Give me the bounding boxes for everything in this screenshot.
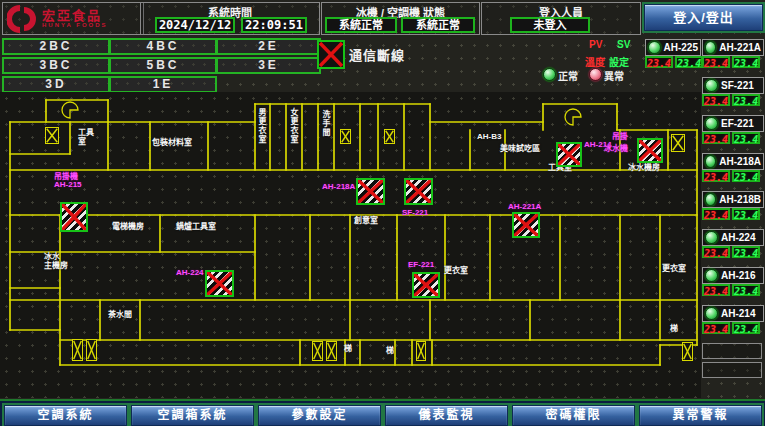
device-pv-value: 23.4 <box>702 322 730 334</box>
device-name-label: AH-218A <box>719 156 761 167</box>
nav-button-5[interactable]: 密碼權限 <box>512 405 635 426</box>
equipment-label: SF-221 <box>402 208 428 217</box>
equipment-label: AH-218A <box>322 182 355 191</box>
device-ah-225[interactable]: AH-225 <box>645 39 701 56</box>
device-name-label: SF-221 <box>721 80 754 91</box>
device-ah-214[interactable]: AH-214 <box>702 305 764 322</box>
comm-fail-equipment-icon[interactable] <box>404 178 433 205</box>
nav-button-4[interactable]: 儀表監視 <box>385 405 508 426</box>
nav-button-2[interactable]: 空調箱系統 <box>131 405 254 426</box>
device-name-label: AH-216 <box>721 270 755 281</box>
device-ah-224[interactable]: AH-224 <box>702 229 764 246</box>
comm-fail-legend-icon <box>317 40 345 69</box>
stairwell-icon <box>565 109 581 125</box>
device-values: 23.423.4 <box>702 132 760 144</box>
comm-fail-equipment-icon[interactable] <box>412 272 440 298</box>
comm-fail-equipment-icon[interactable] <box>60 202 88 232</box>
floor-button-3e[interactable]: 3E <box>216 57 321 74</box>
device-values: 23.423.4 <box>702 208 760 220</box>
device-pv-value: 23.4 <box>702 284 730 296</box>
equipment-label: EF-221 <box>408 260 434 269</box>
comm-fail-equipment-icon[interactable] <box>356 178 385 205</box>
floor-button-4bc[interactable]: 4BC <box>109 38 217 55</box>
room-label: 更衣室 <box>662 264 686 273</box>
comm-fail-legend-label: 通信斷線 <box>349 45 405 64</box>
sv-header-label: SV <box>617 39 630 50</box>
room-label: 創意室 <box>354 216 378 225</box>
room-label: 更衣室 <box>444 266 468 275</box>
device-pv-value: 23.4 <box>702 94 730 106</box>
floor-button-2e[interactable]: 2E <box>216 38 321 55</box>
device-ah-218a[interactable]: AH-218A <box>702 153 764 170</box>
stair-icon <box>312 341 323 361</box>
device-name-label: AH-214 <box>721 308 755 319</box>
comm-fail-equipment-icon[interactable] <box>637 138 663 163</box>
device-status-led <box>705 307 718 320</box>
device-sv-value: 23.4 <box>675 56 703 68</box>
room-label: 冰水機房 <box>628 163 660 172</box>
chiller-ahu-status-panel: 冰機 / 空調機 狀態 系統正常 系統正常 <box>321 2 480 35</box>
equipment-label: AH-221A <box>508 202 541 211</box>
room-label: AH-B3 <box>477 132 501 141</box>
device-name-label: AH-225 <box>664 42 698 53</box>
nav-button-3[interactable]: 參數設定 <box>258 405 381 426</box>
sv-name-label: 設定 <box>609 54 629 69</box>
comm-fail-equipment-icon[interactable] <box>512 212 540 238</box>
device-pv-value: 23.4 <box>702 56 730 68</box>
pv-name-label: 溫度 <box>585 54 605 69</box>
logo-panel: 宏亞食品 HUNYA FOODS <box>2 2 144 35</box>
system-date-value: 2024/12/12 <box>155 17 235 33</box>
stair-icon <box>45 127 59 144</box>
device-name-label: AH-218B <box>719 194 761 205</box>
device-name-label: AH-224 <box>721 232 755 243</box>
room-label: 梯 <box>344 344 352 353</box>
device-empty-slot <box>702 362 762 378</box>
device-pv-value: 23.4 <box>702 208 730 220</box>
device-sv-value: 23.4 <box>732 208 760 220</box>
device-pv-value: 23.4 <box>702 170 730 182</box>
hunya-logo-icon <box>7 5 37 33</box>
room-label: 鍋爐工具室 <box>176 222 216 231</box>
floor-button-5bc[interactable]: 5BC <box>109 57 217 74</box>
device-sf-221[interactable]: SF-221 <box>702 77 764 94</box>
device-status-led <box>705 79 718 92</box>
device-sv-value: 23.4 <box>732 94 760 106</box>
floor-button-3bc[interactable]: 3BC <box>2 57 110 74</box>
nav-button-6[interactable]: 異常警報 <box>639 405 762 426</box>
device-values: 23.423.4 <box>702 94 760 106</box>
device-values: 23.423.4 <box>645 56 697 68</box>
stair-icon <box>326 341 337 361</box>
device-values: 23.423.4 <box>702 246 760 258</box>
room-label: 梯 <box>670 324 678 333</box>
device-sv-value: 23.4 <box>732 56 760 68</box>
device-pv-value: 23.4 <box>702 246 730 258</box>
device-ah-216[interactable]: AH-216 <box>702 267 764 284</box>
floor-button-2bc[interactable]: 2BC <box>2 38 110 55</box>
floor-button-1e[interactable]: 1E <box>109 76 217 93</box>
hmi-screen: 宏亞食品 HUNYA FOODS 系統時間 2024/12/12 22:09:5… <box>0 0 765 426</box>
device-status-led <box>705 231 718 244</box>
stair-icon <box>72 339 83 361</box>
device-sv-value: 23.4 <box>732 170 760 182</box>
nav-button-1[interactable]: 空調系統 <box>4 405 127 426</box>
device-values: 23.423.4 <box>702 56 760 68</box>
system-time-panel: 系統時間 2024/12/12 22:09:51 <box>140 2 320 35</box>
floor-button-3d[interactable]: 3D <box>2 76 110 93</box>
device-pv-value: 23.4 <box>645 56 673 68</box>
login-logout-button[interactable]: 登入/登出 <box>644 4 763 31</box>
device-status-led <box>705 41 716 54</box>
pv-header-label: PV <box>589 39 602 50</box>
room-label: 茶水間 <box>108 310 132 319</box>
room-label: 電梯機房 <box>112 222 144 231</box>
device-sv-value: 23.4 <box>732 284 760 296</box>
system-time-value: 22:09:51 <box>241 17 307 33</box>
device-sv-value: 23.4 <box>732 132 760 144</box>
comm-fail-equipment-icon[interactable] <box>556 142 582 167</box>
device-ah-218b[interactable]: AH-218B <box>702 191 764 208</box>
device-ah-221a[interactable]: AH-221A <box>702 39 764 56</box>
bottom-nav-bar: 空調系統空調箱系統參數設定儀表監視密碼權限異常警報 <box>0 399 765 426</box>
comm-fail-equipment-icon[interactable] <box>205 270 234 297</box>
equipment-label: 吊掛 <box>612 130 628 141</box>
device-empty-slot <box>702 343 762 359</box>
device-ef-221[interactable]: EF-221 <box>702 115 764 132</box>
